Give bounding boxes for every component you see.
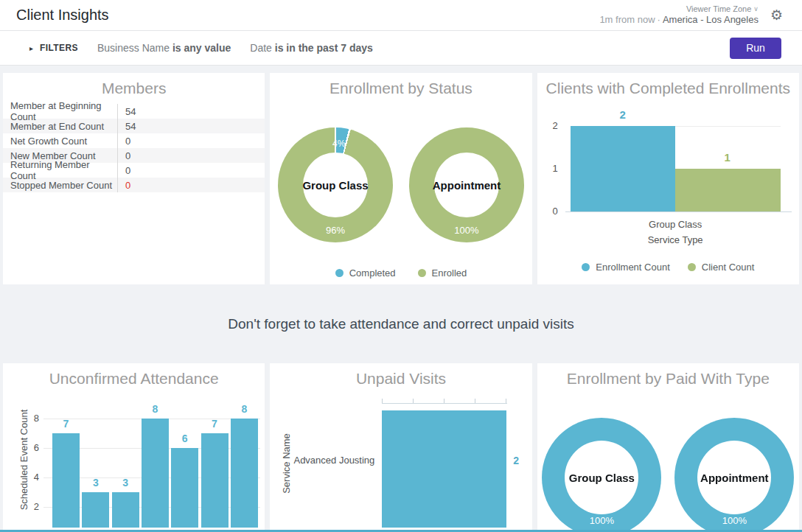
tile-unpaid-visits: Unpaid Visits Service Name Advanced Jous…: [270, 363, 531, 531]
row-value[interactable]: 0: [118, 136, 130, 147]
y-tick-label: 1: [543, 163, 558, 174]
bar-advanced-jousting[interactable]: [382, 410, 506, 528]
bar-value-label: 3: [82, 477, 109, 489]
tile-title-unpaid-visits: Unpaid Visits: [270, 363, 531, 388]
row-value[interactable]: 0: [118, 150, 130, 161]
y-tick-label: 2: [23, 501, 39, 512]
x-axis-title: Service Type: [571, 234, 781, 245]
donut-row: 100% Group Class 100% Appointment: [537, 418, 799, 531]
bar-plot: 24687338678: [43, 419, 260, 528]
legend-label: Completed: [349, 267, 396, 279]
bar-value-label: 6: [171, 433, 198, 444]
members-table: Member at Beginning Count 54 Member at E…: [3, 104, 265, 192]
table-row: Returning Member Count 0: [3, 163, 265, 178]
row-label: Returning Member Count: [3, 163, 118, 178]
x-axis-line: [382, 403, 507, 404]
bar-value-label: 1: [675, 151, 780, 164]
tile-clients-with-completed-enrollments: Clients with Completed Enrollments 012 2…: [537, 73, 799, 284]
gear-icon[interactable]: ⚙: [770, 8, 783, 22]
donut-center-label: Appointment: [674, 418, 794, 531]
tile-title-enrollment-by-status: Enrollment by Status: [270, 73, 531, 97]
run-button[interactable]: Run: [730, 38, 781, 59]
tile-members: Members Member at Beginning Count 54 Mem…: [3, 73, 265, 284]
legend-dot: [418, 269, 426, 277]
tile-title-paid-with-type: Enrollment by Paid With Type: [537, 363, 799, 388]
bar-value-label: 2: [571, 108, 675, 121]
donut-center-label: Group Class: [542, 418, 661, 531]
chart-legend: Enrollment Count Client Count: [537, 262, 799, 273]
triangle-right-icon: ▸: [29, 44, 33, 52]
bar-client-count[interactable]: [675, 169, 781, 211]
legend-item-enrolled[interactable]: Enrolled: [418, 267, 467, 279]
filter-condition: is any value: [172, 42, 231, 54]
bar-enrollment-count[interactable]: [571, 126, 675, 211]
tile-enrollment-by-status: Enrollment by Status 4% 96% Group Class …: [270, 73, 531, 284]
table-row: Member at Beginning Count 54: [3, 104, 265, 119]
bar[interactable]: [52, 433, 80, 528]
tile-title-completed-enrollments: Clients with Completed Enrollments: [537, 73, 799, 97]
y-tick-label: 0: [543, 206, 558, 217]
donut-center-label: Appointment: [409, 127, 524, 242]
y-tick-label: 2: [543, 120, 558, 131]
row-label: Net Growth Count: [3, 133, 118, 148]
bar-value-label: 3: [112, 477, 139, 489]
bar[interactable]: [82, 492, 109, 528]
donut-row: 4% 96% Group Class 100% Appointment: [270, 127, 531, 242]
bar-value-label: 8: [142, 403, 169, 415]
legend-item-client-count[interactable]: Client Count: [688, 262, 755, 273]
bar[interactable]: [171, 448, 198, 528]
timezone-selector[interactable]: Viewer Time Zone ∨: [599, 4, 759, 15]
chevron-down-icon: ∨: [753, 5, 759, 13]
filter-business-name[interactable]: Business Name is any value: [97, 42, 231, 54]
filter-date[interactable]: Date is in the past 7 days: [250, 42, 373, 54]
y-tick-label: 4: [23, 472, 39, 483]
table-row: Net Growth Count 0: [3, 133, 265, 148]
bar[interactable]: [231, 419, 258, 528]
chart-legend: Completed Enrolled: [270, 267, 531, 279]
filter-field: Date: [250, 42, 272, 54]
donut-appointment[interactable]: 100% Appointment: [674, 418, 794, 531]
legend-dot: [582, 263, 590, 271]
bar-value-label: 8: [231, 403, 258, 415]
legend-item-completed[interactable]: Completed: [335, 267, 396, 279]
bar-value-label: 7: [52, 418, 80, 430]
row-value-negative[interactable]: 0: [118, 180, 130, 191]
dashboard-header: Client Insights Viewer Time Zone ∨ 1m fr…: [0, 0, 802, 31]
legend-item-enrollment-count[interactable]: Enrollment Count: [582, 262, 669, 273]
row-value[interactable]: 54: [118, 106, 136, 117]
table-row: Stopped Member Count 0: [3, 178, 265, 192]
tile-title-unconfirmed-attendance: Unconfirmed Attendance: [3, 363, 265, 388]
donut-group-class[interactable]: 100% Group Class: [542, 418, 661, 531]
legend-label: Enrolled: [432, 267, 467, 279]
dashboard-body: Members Member at Beginning Count 54 Mem…: [0, 66, 802, 531]
refresh-status: 1m from now·America - Los Angeles: [599, 14, 759, 26]
tile-title-members: Members: [3, 73, 265, 97]
y-category-label: Advanced Jousting: [287, 455, 374, 466]
y-tick-label: 8: [23, 413, 39, 424]
donut-appointment[interactable]: 100% Appointment: [409, 127, 524, 242]
legend-dot: [335, 269, 344, 277]
legend-label: Enrollment Count: [596, 262, 669, 273]
bar[interactable]: [142, 419, 169, 528]
page-title: Client Insights: [16, 7, 109, 24]
legend-dot: [688, 263, 696, 271]
bar[interactable]: [112, 492, 139, 528]
donut-group-class[interactable]: 4% 96% Group Class: [278, 127, 393, 242]
row-value[interactable]: 0: [118, 165, 130, 176]
timezone-selector-label: Viewer Time Zone: [686, 4, 751, 15]
row-label: Member at Beginning Count: [3, 104, 118, 119]
filters-toggle[interactable]: ▸ FILTERS: [29, 43, 78, 53]
x-category-label: Group Class: [571, 219, 781, 230]
x-axis-line: [565, 211, 792, 212]
row-label: Member at End Count: [3, 119, 118, 133]
bar[interactable]: [201, 433, 229, 528]
tile-enrollment-by-paid-with-type: Enrollment by Paid With Type 100% Group …: [537, 363, 799, 531]
filter-bar: ▸ FILTERS Business Name is any value Dat…: [0, 31, 802, 66]
row-value[interactable]: 54: [118, 121, 136, 132]
legend-label: Client Count: [702, 262, 755, 273]
timezone-value: America - Los Angeles: [663, 14, 759, 25]
bar-value-label: 7: [201, 418, 229, 430]
refresh-countdown: 1m from now: [599, 14, 655, 25]
bar-value-label: 2: [513, 455, 519, 466]
bar-plot: [571, 126, 781, 211]
